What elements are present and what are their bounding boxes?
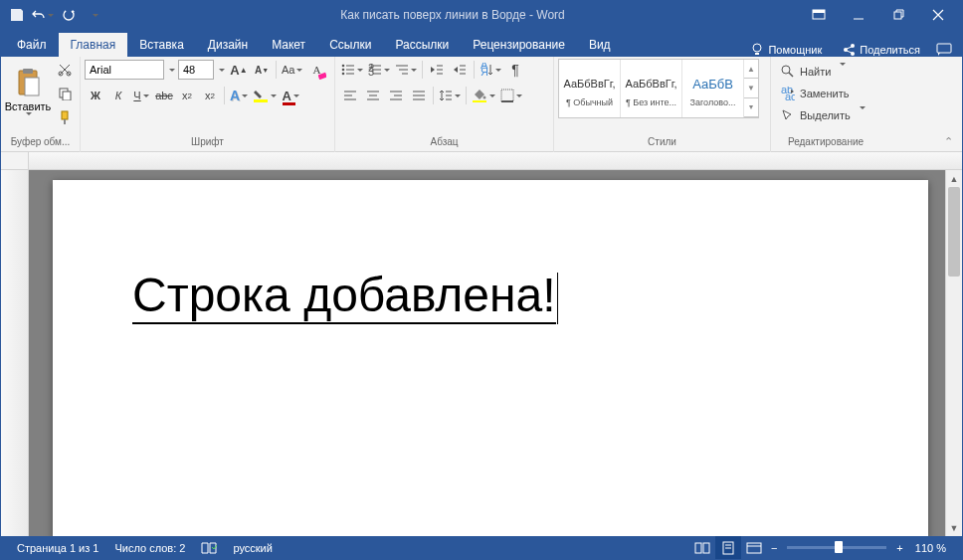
window-title: Как писать поверх линии в Ворде - Word [106, 8, 799, 22]
styles-scroll-up[interactable]: ▲ [744, 60, 758, 79]
tab-review[interactable]: Рецензирование [461, 33, 577, 57]
decrease-indent-button[interactable] [426, 59, 448, 81]
vertical-ruler[interactable] [1, 170, 29, 536]
borders-icon [500, 89, 514, 102]
line-spacing-icon [439, 89, 453, 102]
minimize-button[interactable] [839, 1, 878, 29]
subscript-button[interactable]: x2 [176, 85, 198, 106]
scroll-down-button[interactable]: ▼ [946, 519, 962, 536]
tab-view[interactable]: Вид [577, 33, 623, 57]
print-layout-button[interactable] [715, 536, 741, 559]
close-button[interactable] [918, 1, 958, 29]
borders-button[interactable] [498, 85, 524, 106]
save-icon[interactable] [5, 3, 29, 27]
scroll-up-button[interactable]: ▲ [946, 170, 962, 187]
svg-rect-4 [894, 12, 901, 19]
styles-expand[interactable]: ▾ [744, 98, 758, 117]
underline-button[interactable]: Ч [130, 85, 152, 106]
paragraph-group-label: Абзац [339, 134, 549, 152]
document-text[interactable]: Строка добавлена! [132, 270, 556, 324]
font-size-combo[interactable] [178, 60, 214, 80]
bold-button[interactable]: Ж [85, 85, 106, 106]
tab-insert[interactable]: Вставка [127, 33, 196, 57]
strikethrough-button[interactable]: abc [153, 85, 175, 106]
zoom-slider-thumb[interactable] [835, 541, 843, 553]
highlighter-icon [253, 88, 269, 103]
tab-layout[interactable]: Макет [260, 33, 317, 57]
style-heading1[interactable]: АаБбВ Заголово... [682, 60, 744, 117]
find-button[interactable]: Найти [777, 61, 869, 82]
scissors-icon [58, 63, 72, 77]
font-group-label: Шрифт [85, 134, 330, 152]
restore-button[interactable] [878, 1, 918, 29]
svg-point-25 [342, 73, 345, 76]
scroll-thumb[interactable] [948, 187, 960, 277]
shrink-font-button[interactable]: A▼ [251, 59, 273, 81]
shading-button[interactable] [470, 85, 497, 106]
increase-indent-button[interactable] [449, 59, 471, 81]
line-spacing-button[interactable] [437, 85, 463, 106]
tab-references[interactable]: Ссылки [317, 33, 383, 57]
font-size-dropdown[interactable] [215, 59, 227, 81]
font-name-combo[interactable] [85, 60, 164, 80]
align-left-button[interactable] [339, 85, 361, 106]
spellcheck-status[interactable] [193, 536, 225, 559]
numbering-button[interactable]: 123 [366, 59, 392, 81]
horizontal-ruler[interactable] [29, 152, 962, 169]
word-count-status[interactable]: Число слов: 2 [106, 536, 193, 559]
bullets-icon [341, 64, 355, 76]
clear-formatting-button[interactable]: A [305, 59, 327, 81]
paste-button[interactable]: Вставить [5, 59, 51, 128]
align-center-button[interactable] [362, 85, 384, 106]
language-status[interactable]: русский [225, 536, 280, 559]
align-right-button[interactable] [385, 85, 407, 106]
format-painter-button[interactable] [54, 106, 76, 128]
italic-button[interactable]: К [107, 85, 129, 106]
ribbon-options-button[interactable] [799, 1, 839, 29]
style-no-spacing[interactable]: АаБбВвГг, ¶ Без инте... [621, 60, 682, 117]
superscript-button[interactable]: x2 [199, 85, 221, 106]
replace-button[interactable]: abac Заменить [777, 83, 869, 103]
style-normal[interactable]: АаБбВвГг, ¶ Обычный [559, 60, 621, 117]
styles-scroll-down[interactable]: ▼ [744, 79, 758, 97]
cut-button[interactable] [54, 59, 76, 81]
highlight-button[interactable] [251, 85, 279, 106]
zoom-slider[interactable] [787, 546, 886, 549]
vertical-scrollbar[interactable]: ▲ ▼ [945, 170, 962, 536]
align-justify-button[interactable] [408, 85, 430, 106]
search-icon [781, 65, 795, 79]
copy-button[interactable] [54, 83, 76, 104]
grow-font-button[interactable]: A▲ [228, 59, 250, 81]
read-mode-button[interactable] [689, 536, 715, 559]
page-number-status[interactable]: Страница 1 из 1 [9, 536, 106, 559]
redo-button[interactable] [57, 3, 81, 27]
share-icon [842, 43, 856, 57]
lightbulb-icon [750, 43, 764, 57]
change-case-button[interactable]: Aa [280, 59, 304, 81]
comments-button[interactable] [930, 43, 958, 57]
share-button[interactable]: Поделиться [832, 43, 930, 57]
zoom-in-button[interactable]: + [892, 536, 906, 559]
qat-customize-button[interactable] [83, 3, 106, 27]
tell-me-button[interactable]: Помощник [740, 43, 832, 57]
zoom-level[interactable]: 110 % [907, 536, 954, 559]
multilevel-list-button[interactable] [393, 59, 419, 81]
zoom-out-button[interactable]: − [767, 536, 781, 559]
font-name-dropdown[interactable] [165, 59, 177, 81]
font-color-button[interactable]: A [280, 85, 301, 106]
page[interactable]: Строка добавлена! [53, 180, 928, 536]
web-layout-button[interactable] [741, 536, 767, 559]
bullets-button[interactable] [339, 59, 365, 81]
styles-gallery[interactable]: АаБбВвГг, ¶ Обычный АаБбВвГг, ¶ Без инте… [558, 59, 759, 118]
select-button[interactable]: Выделить [777, 104, 869, 125]
undo-button[interactable] [31, 3, 55, 27]
text-effects-button[interactable]: A [228, 85, 250, 106]
collapse-ribbon-button[interactable]: ⌃ [940, 133, 956, 149]
tab-mailings[interactable]: Рассылки [383, 33, 461, 57]
show-marks-button[interactable]: ¶ [504, 59, 526, 81]
tab-file[interactable]: Файл [5, 33, 59, 57]
document-viewport[interactable]: Строка добавлена! [29, 170, 945, 536]
sort-button[interactable]: AЯ [478, 59, 503, 81]
tab-home[interactable]: Главная [59, 33, 128, 57]
tab-design[interactable]: Дизайн [196, 33, 260, 57]
